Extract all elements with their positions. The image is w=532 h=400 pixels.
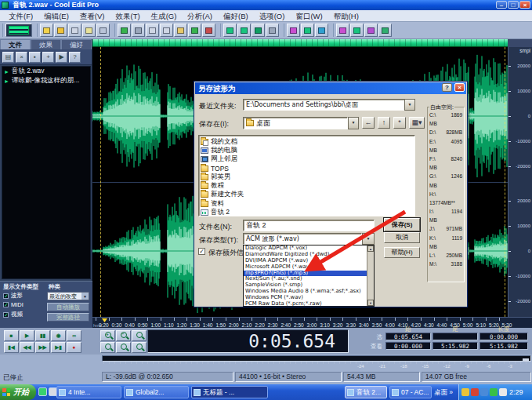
paste-button[interactable] bbox=[174, 24, 187, 37]
go-to-start-button[interactable]: ▮◀ bbox=[4, 342, 19, 353]
minimize-button[interactable] bbox=[496, 1, 507, 9]
menu-view[interactable]: 查看(V) bbox=[74, 10, 110, 21]
file-properties-button[interactable] bbox=[96, 24, 110, 37]
format-option[interactable]: Windows PCM (*.wav) bbox=[244, 295, 367, 301]
new-file-button[interactable] bbox=[40, 24, 53, 37]
format-option[interactable]: mp3PRO?(FhG) (*.mp3) bbox=[244, 271, 367, 277]
eq-button[interactable] bbox=[350, 24, 364, 37]
mix-paste-button[interactable] bbox=[188, 24, 201, 37]
redo-button[interactable] bbox=[132, 24, 145, 37]
save-button[interactable]: 保存(S) bbox=[384, 218, 420, 231]
menu-generate[interactable]: 生成(G) bbox=[146, 10, 183, 21]
format-option[interactable]: Next/Sun (*.au;*.snd) bbox=[244, 276, 367, 282]
file-type-combo[interactable]: ACM 波形 (*.wav) bbox=[243, 233, 362, 245]
save-file-button[interactable] bbox=[68, 24, 81, 37]
save-extra-info-checkbox[interactable] bbox=[198, 248, 205, 255]
format-dropdown-list[interactable]: ▲ ▼ Dialogic ADPCM (*.vox)DiamondWare Di… bbox=[243, 245, 375, 307]
taskbar-item[interactable]: 音轨 2... bbox=[345, 386, 387, 398]
menu-options[interactable]: 选项(O) bbox=[254, 10, 291, 21]
selection-boundary-left[interactable] bbox=[100, 47, 101, 317]
menu-edit[interactable]: 编辑(E) bbox=[38, 10, 74, 21]
save-in-combo[interactable]: 桌面 bbox=[243, 117, 348, 129]
dialog-file-item[interactable]: 教程 bbox=[201, 181, 414, 190]
frequency-analysis-button[interactable] bbox=[301, 24, 314, 37]
tab-files[interactable]: 文件 bbox=[0, 39, 31, 49]
noise-reduction-button[interactable] bbox=[364, 24, 378, 37]
record-button[interactable]: ● bbox=[67, 342, 81, 353]
start-button[interactable]: 开始 bbox=[0, 384, 36, 400]
save-file-icon[interactable]: ▪ bbox=[29, 52, 41, 63]
play-looped-button[interactable]: ◉ bbox=[51, 330, 66, 341]
pause-button[interactable]: ▮▮ bbox=[35, 330, 50, 341]
dialog-help-icon[interactable] bbox=[442, 83, 452, 92]
play-icon[interactable]: ▶ bbox=[56, 52, 67, 63]
zoom-full-button[interactable] bbox=[132, 330, 147, 341]
tab-favorites[interactable]: 偏好 bbox=[61, 39, 92, 49]
tray-icon-1[interactable] bbox=[461, 388, 469, 396]
zoom-in-button[interactable]: + bbox=[100, 330, 115, 341]
menu-analyze[interactable]: 分析(A) bbox=[182, 10, 218, 21]
save-as-button[interactable] bbox=[82, 24, 96, 37]
stop-button[interactable]: ■ bbox=[4, 330, 19, 341]
dialog-file-item[interactable]: 郭英男 bbox=[201, 173, 414, 181]
back-icon[interactable]: ← bbox=[362, 117, 375, 129]
folder-contents-list[interactable]: 我的文档我的电脑网上邻居TOPS郭英男教程新建文件夹资料音轨 2 bbox=[198, 135, 415, 216]
filetype-check-MIDI[interactable]: MIDI bbox=[3, 301, 24, 308]
insert-multitrack-icon[interactable]: + bbox=[42, 52, 54, 63]
spectral-view-button[interactable] bbox=[223, 24, 237, 37]
format-option[interactable]: SampleVision (*.smp) bbox=[244, 282, 367, 289]
menu-file[interactable]: 文件(F) bbox=[3, 10, 38, 21]
effects-rack-button[interactable] bbox=[336, 24, 349, 37]
file-type-dropdown-icon[interactable] bbox=[362, 233, 375, 245]
format-option[interactable]: Microsoft ADPCM (*.wav) bbox=[244, 264, 367, 271]
scroll-up-icon[interactable]: ▲ bbox=[367, 245, 374, 252]
dialog-file-item[interactable]: 我的电脑 bbox=[201, 146, 414, 155]
cancel-button[interactable]: 取消 bbox=[384, 232, 420, 243]
level-meter[interactable]: -24-21-18-15-12-9-6-3 bbox=[102, 355, 532, 370]
quicklaunch-icon-1[interactable] bbox=[38, 387, 47, 396]
tray-icon-4[interactable] bbox=[490, 388, 498, 396]
loop-button[interactable]: ∞ bbox=[67, 330, 81, 341]
format-option[interactable]: Dialogic ADPCM (*.vox) bbox=[244, 245, 367, 252]
tray-icon-2[interactable] bbox=[471, 388, 479, 396]
menu-favorites[interactable]: 偏好(B) bbox=[218, 10, 254, 21]
filetype-check-波形[interactable]: 波形 bbox=[3, 292, 23, 300]
zoom-left-button[interactable] bbox=[116, 342, 131, 353]
tray-icon-5[interactable] bbox=[499, 388, 507, 396]
waveform-view-button[interactable] bbox=[237, 24, 251, 37]
settings-button[interactable] bbox=[378, 24, 392, 37]
go-to-end-button[interactable]: ▶▮ bbox=[51, 342, 66, 353]
dialog-file-item[interactable]: 资料 bbox=[201, 199, 414, 208]
tray-icon-3[interactable] bbox=[480, 388, 488, 396]
help-icon[interactable]: ? bbox=[69, 52, 81, 63]
selection-boundary-right[interactable] bbox=[505, 47, 505, 317]
cut-button[interactable] bbox=[146, 24, 159, 37]
zoom-selection-button[interactable] bbox=[100, 342, 115, 353]
play-button[interactable]: ▶ bbox=[20, 330, 34, 341]
view-switch-button[interactable] bbox=[5, 24, 32, 37]
dialog-titlebar[interactable]: 另存波形为 bbox=[195, 82, 466, 94]
file-list-item[interactable]: ►音轨 2.wav bbox=[2, 67, 90, 76]
recent-folder-dropdown-icon[interactable] bbox=[404, 99, 415, 111]
menu-effects[interactable]: 效果(T) bbox=[110, 10, 145, 21]
dialog-close-icon[interactable] bbox=[454, 83, 465, 92]
open-file-icon[interactable]: ▤ bbox=[2, 52, 14, 63]
menu-help[interactable]: 帮助(H) bbox=[328, 10, 364, 21]
scripts-button[interactable] bbox=[287, 24, 300, 37]
zoom-out-button[interactable]: − bbox=[116, 330, 131, 341]
waveform-overview-bar[interactable] bbox=[92, 39, 508, 47]
help-button[interactable]: 帮助(H) bbox=[384, 247, 420, 258]
dialog-file-item[interactable]: 新建文件夹 bbox=[201, 191, 414, 199]
taskbar-item[interactable]: 4 Inte... bbox=[56, 386, 121, 398]
taskbar-item[interactable]: Global2... bbox=[124, 386, 189, 398]
format-list-scrollbar[interactable]: ▲ ▼ bbox=[367, 245, 374, 306]
format-option[interactable]: DVI/IMA ADPCM (*.wav) bbox=[244, 258, 367, 264]
undo-button[interactable] bbox=[118, 24, 131, 37]
rewind-button[interactable]: ◀◀ bbox=[20, 342, 34, 353]
close-button[interactable] bbox=[519, 1, 530, 9]
new-folder-icon[interactable]: * bbox=[393, 117, 406, 129]
multitrack-view-button[interactable] bbox=[252, 24, 265, 37]
filename-input[interactable]: 音轨 2 bbox=[243, 220, 375, 231]
taskbar-item[interactable]: 07 - AC... bbox=[389, 386, 432, 398]
tab-effects[interactable]: 效果 bbox=[31, 39, 61, 49]
